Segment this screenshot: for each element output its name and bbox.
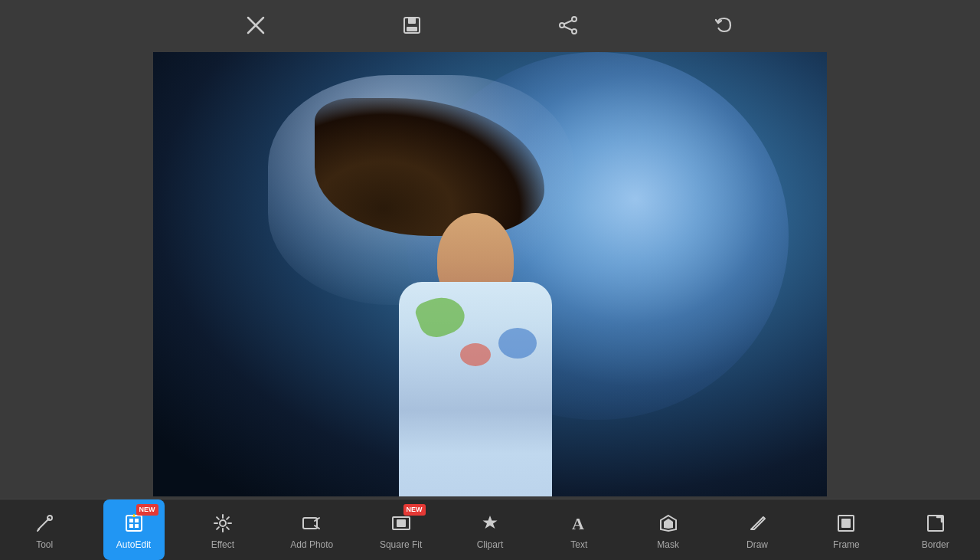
tool-item-effect[interactable]: Effect <box>192 499 253 560</box>
share-icon <box>557 15 579 36</box>
main-canvas <box>0 50 980 499</box>
svg-rect-3 <box>408 18 416 24</box>
svg-line-8 <box>564 20 573 24</box>
svg-marker-36 <box>664 519 673 529</box>
tool-item-text[interactable]: A Text <box>548 499 609 560</box>
svg-text:A: A <box>572 514 584 533</box>
svg-line-9 <box>564 26 573 30</box>
bottom-toolbar: Tool NEW AutoEdit <box>0 499 980 560</box>
autoedit-new-badge: NEW <box>136 504 158 516</box>
photo-background <box>153 52 827 496</box>
clipart-icon <box>477 510 503 536</box>
svg-line-25 <box>227 527 229 529</box>
square-fit-label: Square Fit <box>380 539 422 550</box>
effect-icon <box>210 510 236 536</box>
close-button[interactable] <box>239 8 273 42</box>
tool-item-clipart[interactable]: Clipart <box>459 499 521 560</box>
svg-point-5 <box>572 17 577 21</box>
save-button[interactable] <box>395 8 429 42</box>
top-toolbar <box>0 0 980 50</box>
hair <box>315 98 544 236</box>
svg-rect-15 <box>135 519 139 522</box>
tool-item-square-fit[interactable]: NEW Square Fit <box>371 499 432 560</box>
tool-item-autoedit[interactable]: NEW AutoEdit <box>103 499 165 560</box>
save-icon <box>401 15 423 36</box>
tool-item-frame[interactable]: Frame <box>815 499 877 560</box>
autoedit-label: AutoEdit <box>116 539 151 550</box>
svg-rect-16 <box>129 524 133 528</box>
svg-line-27 <box>217 527 219 529</box>
text-icon: A <box>566 510 592 536</box>
svg-rect-33 <box>397 519 406 527</box>
svg-point-19 <box>220 520 226 526</box>
photo-container <box>153 52 827 496</box>
svg-rect-4 <box>407 27 417 31</box>
svg-rect-28 <box>303 518 317 529</box>
person-body <box>399 282 552 496</box>
effect-label: Effect <box>211 539 234 550</box>
shirt-red-spot <box>460 343 491 366</box>
share-button[interactable] <box>551 8 585 42</box>
mask-label: Mask <box>657 539 679 550</box>
draw-label: Draw <box>746 539 768 550</box>
svg-line-26 <box>227 517 229 519</box>
svg-rect-14 <box>129 519 133 522</box>
tool-item-draw[interactable]: Draw <box>727 499 788 560</box>
svg-line-24 <box>217 517 219 519</box>
tool-item-border[interactable]: Border <box>905 499 966 560</box>
border-icon <box>923 510 949 536</box>
tool-item-mask[interactable]: Mask <box>638 499 699 560</box>
frame-label: Frame <box>833 539 860 550</box>
shirt-blue-spot <box>498 328 537 359</box>
svg-line-10 <box>38 519 49 529</box>
tool-item-add-photo[interactable]: Add Photo <box>281 499 342 560</box>
border-label: Border <box>922 539 949 550</box>
tool-icon <box>31 510 57 536</box>
svg-rect-13 <box>126 516 142 531</box>
mask-icon <box>655 510 681 536</box>
svg-point-6 <box>572 29 577 34</box>
draw-icon <box>744 510 770 536</box>
tool-item-tool[interactable]: Tool <box>14 499 75 560</box>
add-photo-label: Add Photo <box>290 539 333 550</box>
svg-point-11 <box>47 516 52 520</box>
person-figure <box>330 98 621 496</box>
svg-rect-17 <box>135 524 139 528</box>
tool-label: Tool <box>36 539 53 550</box>
undo-icon <box>714 15 735 36</box>
text-label: Text <box>570 539 587 550</box>
svg-rect-39 <box>841 519 851 528</box>
close-icon <box>245 15 266 36</box>
svg-line-12 <box>38 529 39 531</box>
svg-point-7 <box>560 23 564 28</box>
undo-button[interactable] <box>707 8 741 42</box>
frame-icon <box>833 510 859 536</box>
clipart-label: Clipart <box>477 539 504 550</box>
shirt-green-spot <box>413 290 469 342</box>
squarefit-new-badge: NEW <box>403 504 426 516</box>
add-photo-icon <box>299 510 325 536</box>
